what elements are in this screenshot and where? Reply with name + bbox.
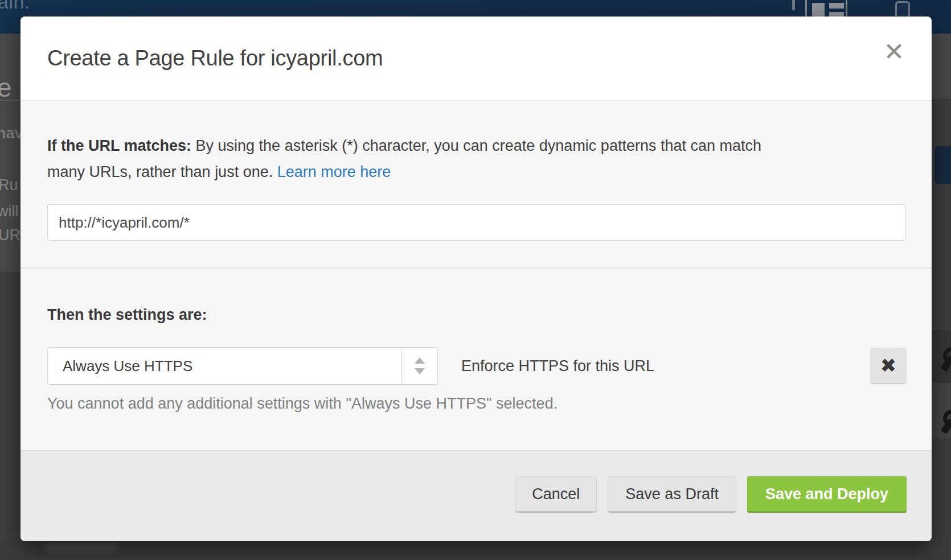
chevron-down-icon	[415, 368, 425, 374]
url-match-label: If the URL matches:	[47, 137, 191, 154]
background-text-fragment: will	[0, 203, 19, 220]
background-text-fragment: Ru	[0, 176, 18, 194]
url-match-text-line2: many URLs, rather than just one.	[47, 163, 277, 180]
url-pattern-input[interactable]	[47, 204, 906, 241]
dialog-footer: Cancel Save as Draft Save and Deploy	[21, 450, 932, 541]
setting-row: Always Use HTTPS Enforce HTTPS for this …	[47, 347, 905, 385]
background-button-edge	[934, 146, 951, 184]
background-smudge	[44, 542, 118, 551]
background-text-fragment: UR	[0, 227, 21, 244]
background-divider	[0, 100, 21, 101]
settings-heading: Then the settings are:	[47, 306, 207, 324]
wrench-icon	[936, 410, 951, 435]
setting-description-label: Enforce HTTPS for this URL	[461, 347, 654, 385]
background-partial-icon	[792, 0, 795, 10]
background-page-bottom-edge	[0, 541, 951, 560]
background-domain-text: ain.	[0, 0, 30, 13]
url-match-text-line1: By using the asterisk (*) character, you…	[191, 137, 761, 154]
create-page-rule-dialog: Create a Page Rule for icyapril.com ✕ If…	[21, 17, 932, 541]
setting-select[interactable]: Always Use HTTPS	[47, 347, 438, 385]
remove-setting-button[interactable]: ✖	[870, 348, 907, 384]
background-band	[932, 34, 951, 98]
learn-more-link[interactable]: Learn more here	[277, 163, 391, 180]
background-page-right-edge	[932, 34, 951, 541]
close-icon[interactable]: ✕	[879, 37, 909, 67]
background-text-fragment: nav	[0, 125, 21, 142]
footer-buttons: Cancel Save as Draft Save and Deploy	[515, 476, 907, 513]
wrench-icon	[936, 347, 951, 372]
url-match-description: If the URL matches: By using the asteris…	[47, 133, 908, 185]
dialog-title: Create a Page Rule for icyapril.com	[47, 17, 383, 100]
setting-select-value: Always Use HTTPS	[63, 348, 192, 384]
background-page-left-edge-lower	[0, 272, 21, 541]
chevron-up-icon	[415, 357, 425, 364]
background-text-fragment: e	[0, 72, 12, 103]
select-spinner-icon[interactable]	[401, 348, 437, 384]
setting-note: You cannot add any additional settings w…	[47, 395, 558, 413]
section-divider	[21, 267, 932, 269]
save-and-deploy-button[interactable]: Save and Deploy	[747, 476, 907, 513]
save-as-draft-button[interactable]: Save as Draft	[608, 476, 736, 513]
dialog-header: Create a Page Rule for icyapril.com ✕	[21, 17, 932, 101]
dialog-body: If the URL matches: By using the asteris…	[21, 101, 932, 451]
background-page-left-edge: e nav Ru will UR	[0, 34, 21, 272]
cancel-button[interactable]: Cancel	[515, 476, 597, 513]
